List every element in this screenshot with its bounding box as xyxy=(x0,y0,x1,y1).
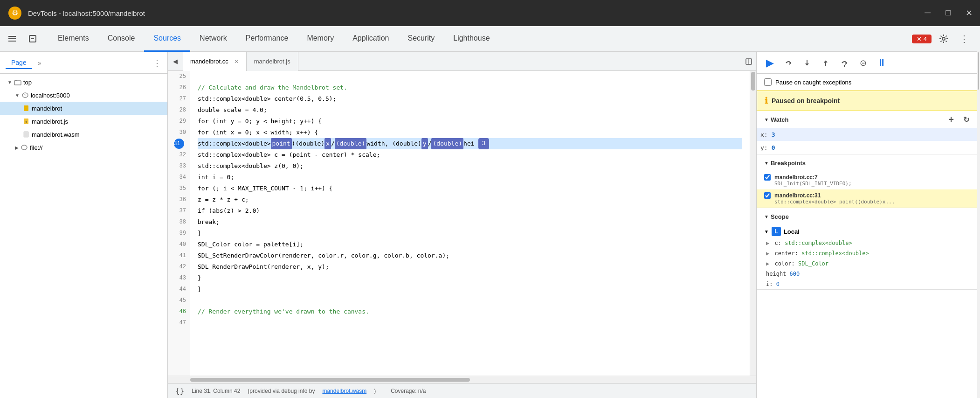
svg-text:⚙: ⚙ xyxy=(12,9,18,17)
tree-item-top[interactable]: ▼ top xyxy=(0,76,167,89)
scope-center[interactable]: ▶ center: std::complex<double> xyxy=(757,248,980,258)
breakpoint-item-2: mandelbrot.cc:31 std::complex<double> po… xyxy=(757,189,980,208)
format-btn[interactable]: {} xyxy=(175,386,184,395)
watch-refresh-btn[interactable]: ↻ xyxy=(959,113,973,126)
scope-label: Scope xyxy=(771,213,789,220)
maximize-btn[interactable]: □ xyxy=(945,8,951,18)
filetree-more-btn[interactable]: ⋮ xyxy=(152,57,162,69)
scope-local-arrow: ▼ xyxy=(764,229,769,234)
tree-item-mandelbrot-js[interactable]: js mandelbrot.js xyxy=(0,115,167,128)
cloud-file-icon xyxy=(21,144,28,151)
pause-exceptions-checkbox[interactable] xyxy=(764,78,772,86)
tree-label-file: file:// xyxy=(30,144,42,151)
bp-detail-2: std::complex<double> point((double)x... xyxy=(764,199,973,205)
tab-inspect-btn[interactable] xyxy=(24,30,41,47)
scope-section-header[interactable]: ▼ Scope xyxy=(757,208,980,225)
scrollbar-thumb[interactable] xyxy=(751,72,755,91)
breakpoint-item-1: mandelbrot.cc:7 SDL_Init(SDL_INIT_VIDEO)… xyxy=(757,171,980,189)
vertical-scrollbar[interactable] xyxy=(750,71,756,376)
minimize-btn[interactable]: ─ xyxy=(925,8,931,18)
debugger-scrollbar-thumb[interactable] xyxy=(978,52,979,90)
scope-arrow: ▼ xyxy=(764,214,769,219)
breakpoints-section-header[interactable]: ▼ Breakpoints xyxy=(757,154,980,171)
hscrollbar-thumb[interactable] xyxy=(190,378,470,382)
editor-tab-mandelbrot-js[interactable]: mandelbrot.js xyxy=(247,52,298,71)
deactivate-btn[interactable]: ⊝ xyxy=(856,56,870,70)
close-tab-mandelbrot-cc[interactable]: ✕ xyxy=(234,58,239,65)
source-file-link[interactable]: mandelbrot.wasm xyxy=(322,388,366,394)
scope-local-header[interactable]: ▼ L Local xyxy=(757,225,980,238)
tab-toggle-btn[interactable] xyxy=(4,30,21,47)
svg-point-16 xyxy=(21,145,27,150)
bp-checkbox-1[interactable] xyxy=(764,174,771,181)
code-editor[interactable]: 25 26 27 28 29 30 31 32 33 34 35 36 37 3… xyxy=(168,71,756,376)
close-btn[interactable]: ✕ xyxy=(966,8,973,18)
code-line-44: } xyxy=(198,284,742,295)
tab-network[interactable]: Network xyxy=(190,26,236,52)
window-controls[interactable]: ─ □ ✕ xyxy=(925,8,973,18)
tree-item-localhost[interactable]: ▼ localhost:5000 xyxy=(0,89,167,102)
scope-i: i: 0 xyxy=(757,279,980,289)
step-over-btn[interactable] xyxy=(781,56,796,70)
tab-security[interactable]: Security xyxy=(398,26,444,52)
editor-tab-mandelbrot-cc[interactable]: mandelbrot.cc ✕ xyxy=(183,52,247,71)
code-line-40: SDL_Color color = palette[i]; xyxy=(198,239,742,250)
code-line-32: std::complex<double> c = (point - center… xyxy=(198,149,742,161)
tab-memory[interactable]: Memory xyxy=(297,26,343,52)
scope-color[interactable]: ▶ color: SDL_Color xyxy=(757,258,980,269)
svg-rect-15 xyxy=(24,132,28,137)
step-into-btn[interactable] xyxy=(800,56,814,70)
tree-label-mandelbrot-wasm: mandelbrot.wasm xyxy=(32,131,80,138)
tree-item-mandelbrot-wasm[interactable]: mandelbrot.wasm xyxy=(0,128,167,141)
source-close-paren: ) xyxy=(374,388,376,394)
code-line-35: for (; i < MAX_ITER_COUNT - 1; i++) { xyxy=(198,183,742,194)
horizontal-scrollbar[interactable] xyxy=(168,376,756,383)
svg-rect-12 xyxy=(25,108,28,108)
svg-rect-2 xyxy=(8,36,16,37)
code-line-36: z = z * z + c; xyxy=(198,194,742,205)
code-line-45 xyxy=(198,295,742,306)
tab-sources[interactable]: Sources xyxy=(144,26,190,52)
tab-performance[interactable]: Performance xyxy=(236,26,298,52)
code-content[interactable]: // Calculate and draw the Mandelbrot set… xyxy=(190,71,750,376)
error-badge[interactable]: ✕ 4 xyxy=(912,35,932,43)
svg-rect-8 xyxy=(14,81,21,85)
watch-section-header[interactable]: ▼ Watch + ↻ xyxy=(757,111,980,128)
tab-application[interactable]: Application xyxy=(343,26,398,52)
code-line-37: if (abs(z) > 2.0) xyxy=(198,205,742,216)
tree-item-file[interactable]: ▶ file:// xyxy=(0,141,167,154)
tree-label-mandelbrot: mandelbrot xyxy=(32,105,62,112)
tab-lighthouse[interactable]: Lighthouse xyxy=(444,26,499,52)
step-out-btn[interactable] xyxy=(818,56,833,70)
tab-elements[interactable]: Elements xyxy=(48,26,98,52)
svg-rect-4 xyxy=(8,41,16,42)
code-line-31: std::complex<double> point((double)x / (… xyxy=(198,138,742,149)
editor-tab-expand[interactable] xyxy=(741,52,756,71)
more-btn[interactable]: ⋮ xyxy=(956,30,973,47)
debugger-toolbar: ▶ ⊝ ⏸ xyxy=(757,52,980,74)
code-line-43: } xyxy=(198,272,742,284)
folder-arrow: ▼ xyxy=(15,93,20,98)
watch-item-y: y: 0 xyxy=(757,141,980,154)
svg-rect-11 xyxy=(25,107,28,107)
code-line-30: for (int x = 0; x < width; x++) { xyxy=(198,127,742,138)
tree-item-mandelbrot[interactable]: mandelbrot xyxy=(0,102,167,115)
code-line-41: SDL_SetRenderDrawColor(renderer, color.r… xyxy=(198,250,742,261)
pause-exceptions-label: Pause on caught exceptions xyxy=(775,79,851,86)
scope-c[interactable]: ▶ c: std::complex<double> xyxy=(757,238,980,248)
settings-btn[interactable] xyxy=(935,30,952,47)
watch-label: Watch xyxy=(771,116,943,123)
resume-btn[interactable]: ▶ xyxy=(762,56,777,70)
step-btn[interactable] xyxy=(837,56,852,70)
page-tab[interactable]: Page xyxy=(6,57,32,69)
bp-checkbox-2[interactable] xyxy=(764,192,771,199)
editor-tab-prev[interactable]: ◀ xyxy=(168,52,183,71)
watch-add-btn[interactable]: + xyxy=(945,113,958,126)
tab-console[interactable]: Console xyxy=(98,26,145,52)
watch-arrow: ▼ xyxy=(764,117,769,122)
code-line-38: break; xyxy=(198,216,742,228)
paused-text: Paused on breakpoint xyxy=(772,97,840,105)
pause-toggle-btn[interactable]: ⏸ xyxy=(874,56,889,70)
folder-icon xyxy=(14,78,21,86)
watch-item-x: x: 3 xyxy=(757,128,980,141)
